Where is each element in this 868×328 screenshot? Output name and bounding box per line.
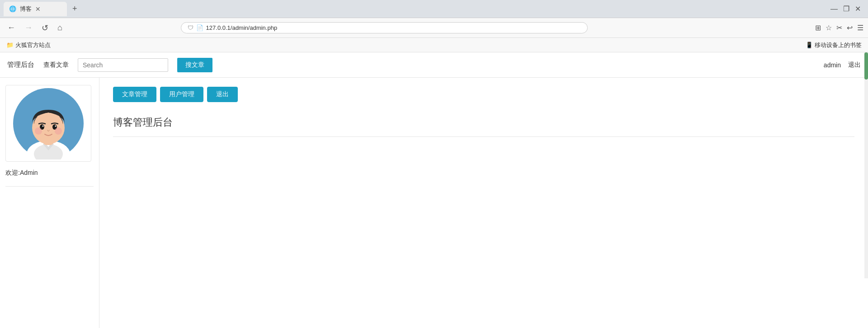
menu-button[interactable]: ☰ xyxy=(857,23,863,32)
forward-button[interactable]: → xyxy=(22,21,35,34)
articles-manage-button[interactable]: 文章管理 xyxy=(113,87,156,102)
action-buttons: 文章管理 用户管理 退出 xyxy=(113,87,854,102)
restore-button[interactable]: ❐ xyxy=(843,5,849,13)
nav-title[interactable]: 管理后台 xyxy=(7,61,34,69)
tab-favicon: 🌐 xyxy=(9,5,16,12)
security-icon: 🛡 xyxy=(188,24,193,31)
refresh-button[interactable]: ↺ xyxy=(39,21,51,35)
scrollbar-thumb[interactable] xyxy=(864,52,868,80)
bookmark-button[interactable]: ☆ xyxy=(826,23,832,32)
main-content: 文章管理 用户管理 退出 博客管理后台 xyxy=(99,78,868,328)
mobile-icon: 📱 xyxy=(806,42,813,48)
sidebar: 欢迎:Admin xyxy=(0,78,99,328)
url-text: 127.0.0.1/admin/admin.php xyxy=(206,24,581,31)
nav-logout-link[interactable]: 退出 xyxy=(848,61,861,69)
sidebar-divider xyxy=(5,186,94,187)
home-button[interactable]: ⌂ xyxy=(55,21,65,34)
scrollbar[interactable] xyxy=(864,52,868,278)
page-heading: 博客管理后台 xyxy=(113,116,854,129)
bookmark-label: 火狐官方站点 xyxy=(15,41,51,49)
nav-view-articles[interactable]: 查看文章 xyxy=(43,61,69,69)
mobile-bookmarks[interactable]: 📱 移动设备上的书签 xyxy=(806,41,862,49)
svg-point-9 xyxy=(42,126,44,127)
url-bar[interactable]: 🛡 📄 127.0.0.1/admin/admin.php xyxy=(181,22,588,33)
users-manage-button[interactable]: 用户管理 xyxy=(160,87,203,102)
tab-title: 博客 xyxy=(20,5,32,13)
svg-point-10 xyxy=(55,126,57,127)
top-navbar: 管理后台 查看文章 搜文章 admin 退出 xyxy=(0,52,868,78)
avatar-image xyxy=(12,87,85,159)
back-button[interactable]: ← xyxy=(5,21,18,34)
browser-tab[interactable]: 🌐 博客 ✕ xyxy=(4,2,67,16)
minimize-button[interactable]: — xyxy=(830,5,838,13)
bookmark-firefox[interactable]: 📁 火狐官方站点 xyxy=(6,41,51,49)
heading-divider xyxy=(113,136,854,137)
bookmark-folder-icon: 📁 xyxy=(6,42,14,48)
welcome-text: 欢迎:Admin xyxy=(5,167,38,179)
close-button[interactable]: ✕ xyxy=(855,5,861,13)
tab-close-button[interactable]: ✕ xyxy=(35,6,41,12)
admin-username: admin xyxy=(824,61,841,69)
new-tab-button[interactable]: + xyxy=(70,3,80,14)
page-icon: 📄 xyxy=(196,24,203,31)
logout-button[interactable]: 退出 xyxy=(207,87,238,102)
back-arrow-button[interactable]: ↩ xyxy=(847,23,853,32)
svg-point-11 xyxy=(35,127,42,135)
search-button[interactable]: 搜文章 xyxy=(177,58,212,72)
avatar-container xyxy=(5,85,91,162)
screenshot-button[interactable]: ✂ xyxy=(836,23,842,32)
mobile-bookmarks-label: 移动设备上的书签 xyxy=(815,41,862,49)
svg-point-12 xyxy=(55,127,62,135)
extensions-button[interactable]: ⊞ xyxy=(815,23,821,32)
search-input[interactable] xyxy=(78,58,168,72)
